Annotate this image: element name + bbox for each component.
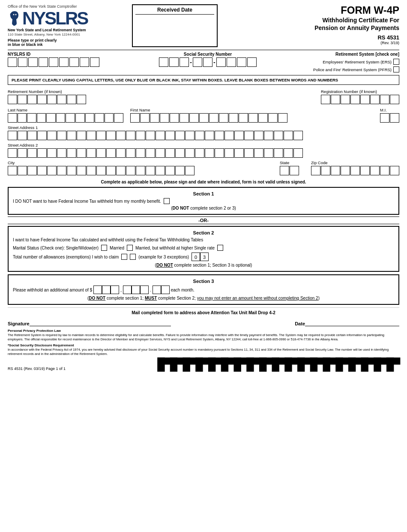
- date-underline[interactable]: [305, 319, 399, 326]
- s1-23[interactable]: [224, 131, 234, 140]
- city-12[interactable]: [116, 166, 126, 175]
- city-18[interactable]: [175, 166, 185, 175]
- fn-1[interactable]: [130, 113, 140, 123]
- nyslrs-id-box-6[interactable]: [59, 57, 69, 67]
- zip-2[interactable]: [321, 166, 330, 175]
- nyslrs-id-box-7[interactable]: [69, 57, 79, 67]
- amt-5[interactable]: [132, 286, 140, 294]
- city-10[interactable]: [96, 166, 106, 175]
- ssn-box-8[interactable]: [237, 57, 246, 67]
- section1-checkbox[interactable]: [164, 198, 170, 204]
- city-17[interactable]: [165, 166, 175, 175]
- s2-17[interactable]: [165, 148, 175, 158]
- allowances-box-2[interactable]: [130, 254, 136, 260]
- nyslrs-id-box-5[interactable]: [49, 57, 58, 67]
- s1-20[interactable]: [195, 131, 204, 140]
- ln-3[interactable]: [27, 113, 36, 123]
- s1-29[interactable]: [284, 131, 293, 140]
- city-16[interactable]: [156, 166, 165, 175]
- s1-11[interactable]: [106, 131, 116, 140]
- ln-4[interactable]: [37, 113, 46, 123]
- s2-3[interactable]: [27, 148, 37, 158]
- fn-10[interactable]: [219, 113, 228, 123]
- nyslrs-id-box-8[interactable]: [80, 57, 89, 67]
- s1-12[interactable]: [116, 131, 126, 140]
- city-15[interactable]: [146, 166, 155, 175]
- city-3[interactable]: [27, 166, 37, 175]
- s1-30[interactable]: [293, 131, 303, 140]
- nyslrs-id-box-1[interactable]: [8, 57, 17, 67]
- ln-2[interactable]: [18, 113, 27, 123]
- s1-18[interactable]: [175, 131, 185, 140]
- s1-26[interactable]: [254, 131, 263, 140]
- fn-6[interactable]: [180, 113, 189, 123]
- s1-6[interactable]: [57, 131, 66, 140]
- ln-9[interactable]: [85, 113, 95, 123]
- s2-23[interactable]: [224, 148, 234, 158]
- s2-8[interactable]: [77, 148, 86, 158]
- fn-15[interactable]: [268, 113, 278, 123]
- allowances-box-1[interactable]: [121, 254, 127, 260]
- s1-2[interactable]: [18, 131, 27, 140]
- s1-8[interactable]: [77, 131, 86, 140]
- ln-10[interactable]: [95, 113, 104, 123]
- fn-8[interactable]: [199, 113, 209, 123]
- ret-num-5[interactable]: [47, 95, 57, 104]
- reg-num-7[interactable]: [380, 95, 389, 104]
- s1-24[interactable]: [234, 131, 244, 140]
- s2-18[interactable]: [175, 148, 185, 158]
- s2-7[interactable]: [67, 148, 76, 158]
- city-4[interactable]: [37, 166, 47, 175]
- reg-num-8[interactable]: [390, 95, 399, 104]
- ln-5[interactable]: [46, 113, 56, 123]
- s1-10[interactable]: [96, 131, 106, 140]
- married-higher-checkbox[interactable]: [217, 245, 223, 251]
- ln-12[interactable]: [114, 113, 123, 123]
- s1-13[interactable]: [126, 131, 135, 140]
- s1-7[interactable]: [67, 131, 76, 140]
- reg-num-6[interactable]: [370, 95, 380, 104]
- city-5[interactable]: [47, 166, 57, 175]
- reg-num-1[interactable]: [321, 95, 330, 104]
- s1-17[interactable]: [165, 131, 175, 140]
- zip-1[interactable]: [311, 166, 320, 175]
- fn-7[interactable]: [189, 113, 199, 123]
- s2-9[interactable]: [87, 148, 96, 158]
- zip-5[interactable]: [350, 166, 360, 175]
- nyslrs-id-box-9[interactable]: [90, 57, 99, 67]
- reg-num-2[interactable]: [331, 95, 340, 104]
- fn-3[interactable]: [150, 113, 159, 123]
- fn-12[interactable]: [239, 113, 248, 123]
- zip-7[interactable]: [370, 166, 380, 175]
- ret-num-6[interactable]: [57, 95, 66, 104]
- s2-24[interactable]: [234, 148, 244, 158]
- mi-1[interactable]: [380, 113, 389, 123]
- zip-9[interactable]: [390, 166, 399, 175]
- ssn-box-9[interactable]: [247, 57, 257, 67]
- s2-12[interactable]: [116, 148, 126, 158]
- s2-22[interactable]: [215, 148, 224, 158]
- s2-4[interactable]: [37, 148, 47, 158]
- ers-checkbox[interactable]: [393, 59, 399, 65]
- fn-13[interactable]: [248, 113, 258, 123]
- ret-num-8[interactable]: [77, 95, 86, 104]
- s1-21[interactable]: [205, 131, 214, 140]
- married-checkbox[interactable]: [127, 245, 133, 251]
- zip-4[interactable]: [341, 166, 350, 175]
- ret-num-7[interactable]: [67, 95, 76, 104]
- amt-1[interactable]: [93, 286, 102, 294]
- city-11[interactable]: [106, 166, 116, 175]
- s2-2[interactable]: [18, 148, 27, 158]
- s2-6[interactable]: [57, 148, 66, 158]
- reg-num-3[interactable]: [341, 95, 350, 104]
- s2-27[interactable]: [264, 148, 273, 158]
- fn-5[interactable]: [170, 113, 179, 123]
- s2-11[interactable]: [106, 148, 116, 158]
- s1-3[interactable]: [27, 131, 37, 140]
- s1-27[interactable]: [264, 131, 273, 140]
- single-widow-checkbox[interactable]: [101, 245, 107, 251]
- zip-3[interactable]: [331, 166, 340, 175]
- fn-16[interactable]: [278, 113, 287, 123]
- state-2[interactable]: [290, 166, 299, 175]
- s2-30[interactable]: [293, 148, 303, 158]
